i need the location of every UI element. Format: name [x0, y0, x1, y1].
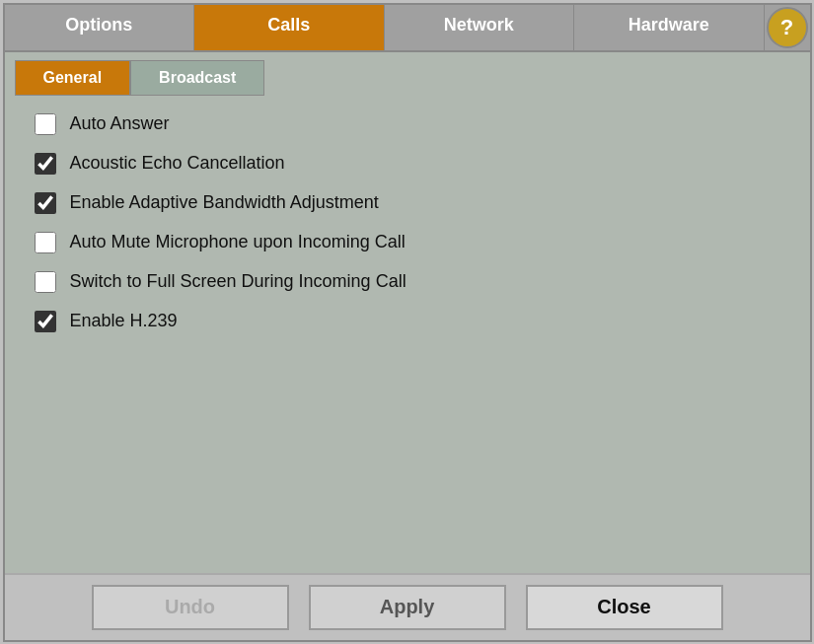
checkbox-item-enable-h239[interactable]: Enable H.239	[35, 311, 780, 332]
checkbox-item-adaptive-bandwidth[interactable]: Enable Adaptive Bandwidth Adjustment	[35, 192, 780, 214]
checkbox-enable-h239[interactable]	[35, 311, 56, 332]
checkbox-label-auto-answer: Auto Answer	[70, 113, 170, 134]
sub-tab-broadcast[interactable]: Broadcast	[130, 60, 264, 96]
checkbox-item-full-screen[interactable]: Switch to Full Screen During Incoming Ca…	[35, 271, 780, 293]
undo-button[interactable]: Undo	[92, 585, 289, 630]
checkbox-auto-mute[interactable]	[35, 232, 56, 253]
dialog: Options Calls Network Hardware ? General…	[3, 3, 812, 642]
checkbox-label-adaptive-bandwidth: Enable Adaptive Bandwidth Adjustment	[70, 192, 379, 213]
checkbox-list: Auto Answer Acoustic Echo Cancellation E…	[5, 96, 810, 573]
apply-button[interactable]: Apply	[309, 585, 506, 630]
checkbox-item-acoustic-echo[interactable]: Acoustic Echo Cancellation	[35, 153, 780, 175]
checkbox-full-screen[interactable]	[35, 271, 56, 293]
checkbox-label-acoustic-echo: Acoustic Echo Cancellation	[70, 153, 285, 174]
checkbox-adaptive-bandwidth[interactable]	[35, 192, 56, 214]
help-button[interactable]: ?	[767, 7, 808, 48]
tab-network[interactable]: Network	[385, 5, 575, 50]
top-tab-bar: Options Calls Network Hardware ?	[5, 5, 810, 52]
checkbox-label-enable-h239: Enable H.239	[70, 311, 178, 331]
sub-tab-general[interactable]: General	[15, 60, 131, 96]
checkbox-label-full-screen: Switch to Full Screen During Incoming Ca…	[70, 271, 407, 292]
sub-tab-bar: General Broadcast	[5, 52, 810, 96]
content-area: General Broadcast Auto Answer Acoustic E…	[5, 52, 810, 573]
checkbox-item-auto-answer[interactable]: Auto Answer	[35, 113, 780, 135]
checkbox-item-auto-mute[interactable]: Auto Mute Microphone upon Incoming Call	[35, 232, 780, 253]
checkbox-auto-answer[interactable]	[35, 113, 56, 135]
tab-options[interactable]: Options	[5, 5, 195, 50]
tab-hardware[interactable]: Hardware	[574, 5, 765, 50]
close-button[interactable]: Close	[526, 585, 723, 630]
checkbox-acoustic-echo[interactable]	[35, 153, 56, 175]
checkbox-label-auto-mute: Auto Mute Microphone upon Incoming Call	[70, 232, 406, 252]
tab-calls[interactable]: Calls	[194, 5, 385, 50]
bottom-bar: Undo Apply Close	[5, 573, 810, 640]
